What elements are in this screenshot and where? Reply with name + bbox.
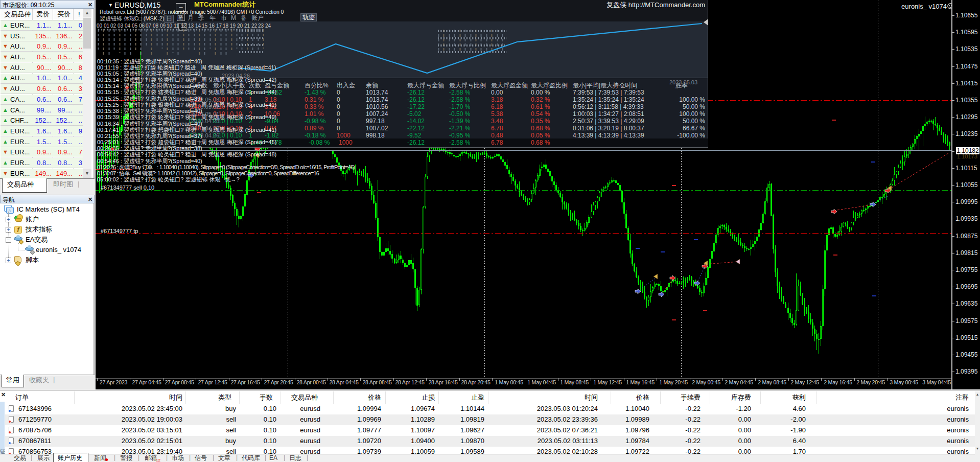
svg-text:28 Apr 00:45: 28 Apr 00:45: [296, 379, 325, 385]
svg-text:1 May 00:45: 1 May 00:45: [495, 379, 523, 385]
svg-text:3 May 04:45: 3 May 04:45: [922, 379, 951, 385]
svg-text:1 May 16:45: 1 May 16:45: [626, 379, 655, 385]
svg-text:3 May 00:45: 3 May 00:45: [890, 379, 918, 385]
svg-text:28 Apr 12:45: 28 Apr 12:45: [395, 379, 424, 385]
svg-text:1 May 04:45: 1 May 04:45: [527, 379, 556, 385]
svg-text:27 Apr 12:45: 27 Apr 12:45: [198, 379, 227, 385]
svg-text:2 May 00:45: 2 May 00:45: [692, 379, 720, 385]
svg-text:27 Apr 08:45: 27 Apr 08:45: [165, 379, 194, 385]
svg-text:27 Apr 16:45: 27 Apr 16:45: [230, 379, 260, 385]
svg-text:27 Apr 2023: 27 Apr 2023: [100, 379, 128, 385]
svg-text:28 Apr 16:45: 28 Apr 16:45: [428, 379, 457, 385]
svg-text:2 May 04:45: 2 May 04:45: [725, 379, 753, 385]
svg-text:2 May 12:45: 2 May 12:45: [790, 379, 819, 385]
svg-text:28 Apr 20:45: 28 Apr 20:45: [461, 379, 490, 385]
svg-text:1 May 20:45: 1 May 20:45: [659, 379, 688, 385]
svg-text:27 Apr 20:45: 27 Apr 20:45: [264, 379, 293, 385]
svg-text:2 May 16:45: 2 May 16:45: [824, 379, 852, 385]
svg-text:euronis_ v1074: euronis_ v1074: [901, 3, 947, 10]
svg-text:2 May 20:45: 2 May 20:45: [856, 379, 885, 385]
svg-text:2 May 08:45: 2 May 08:45: [758, 379, 786, 385]
svg-text:1 May 08:45: 1 May 08:45: [560, 379, 589, 385]
svg-text:28 Apr 04:45: 28 Apr 04:45: [329, 379, 358, 385]
svg-text:1 May 12:45: 1 May 12:45: [593, 379, 622, 385]
svg-text:27 Apr 04:45: 27 Apr 04:45: [132, 379, 161, 385]
svg-text:28 Apr 08:45: 28 Apr 08:45: [362, 379, 391, 385]
